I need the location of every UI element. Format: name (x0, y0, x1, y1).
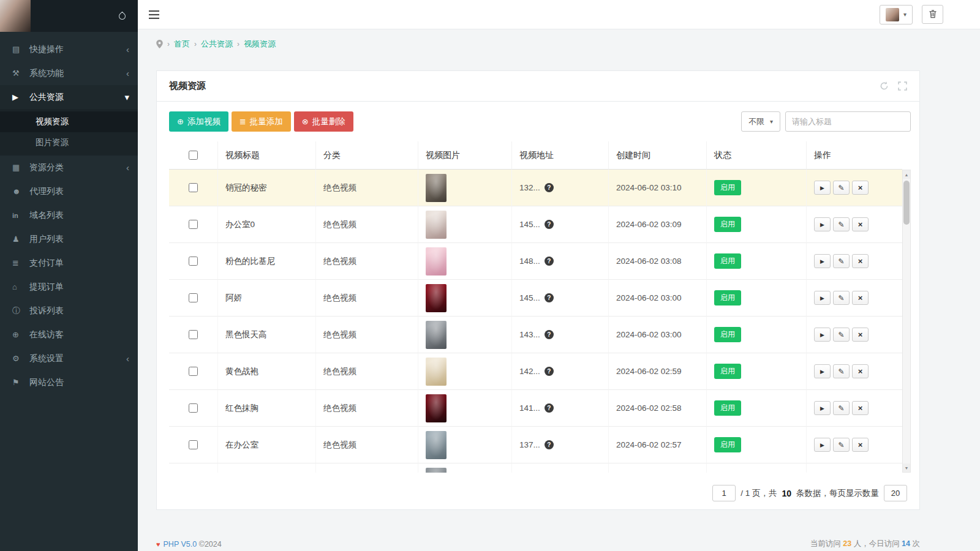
video-thumbnail[interactable] (426, 211, 447, 239)
edit-button[interactable]: ✎ (833, 438, 850, 452)
column-header-actions: 操作 (807, 141, 902, 170)
delete-button[interactable]: × (852, 401, 869, 415)
category-filter-dropdown[interactable]: 不限 ▾ (741, 111, 780, 132)
video-thumbnail[interactable] (426, 321, 447, 349)
title-search-input[interactable] (785, 111, 911, 132)
play-button[interactable]: ▶ (814, 328, 831, 342)
play-button[interactable]: ▶ (814, 217, 831, 231)
video-thumbnail[interactable] (426, 174, 447, 202)
play-button[interactable]: ▶ (814, 438, 831, 452)
x-icon: × (858, 220, 863, 229)
row-checkbox[interactable] (189, 330, 198, 339)
footer-version-link[interactable]: PHP V5.0 (164, 540, 197, 549)
video-thumbnail[interactable] (426, 394, 447, 422)
footer-left: ♥PHP V5.0 ©2024 (156, 540, 222, 549)
page-number-input[interactable] (712, 485, 736, 501)
video-thumbnail[interactable] (426, 284, 447, 312)
sidebar-item-site-announcements[interactable]: ⚑ 网站公告 (0, 370, 138, 394)
help-icon[interactable]: ? (545, 293, 554, 302)
breadcrumb-home[interactable]: 首页 (174, 39, 190, 50)
fullscreen-icon[interactable] (898, 81, 907, 91)
scroll-up-icon[interactable]: ▲ (903, 170, 910, 179)
edit-button[interactable]: ✎ (833, 254, 850, 268)
play-icon: ▶ (820, 295, 824, 301)
sidebar-item-resource-categories[interactable]: ▦ 资源分类 ‹ (0, 156, 138, 179)
video-thumbnail[interactable] (426, 468, 447, 473)
delete-button[interactable]: × (852, 181, 869, 195)
sidebar-item-public-resources[interactable]: ▶ 公共资源 ▾ (0, 85, 138, 109)
table-scrollbar[interactable]: ▲ ▼ (902, 170, 911, 473)
row-checkbox[interactable] (189, 257, 198, 266)
delete-button[interactable]: × (852, 254, 869, 268)
help-icon[interactable]: ? (545, 440, 554, 449)
play-button[interactable]: ▶ (814, 254, 831, 268)
page-size-input[interactable]: 20 (884, 485, 907, 501)
scrollbar-thumb[interactable] (903, 181, 910, 225)
play-button[interactable]: ▶ (814, 291, 831, 305)
add-video-button[interactable]: ⊕ 添加视频 (169, 111, 228, 132)
delete-button[interactable]: × (852, 217, 869, 231)
edit-button[interactable]: ✎ (833, 181, 850, 195)
scroll-down-icon[interactable]: ▼ (903, 463, 910, 472)
sidebar-item-quick-actions[interactable]: ▤ 快捷操作 ‹ (0, 37, 138, 61)
x-icon: × (858, 293, 863, 302)
edit-button[interactable]: ✎ (833, 364, 850, 378)
sidebar-item-domain-list[interactable]: in 域名列表 (0, 203, 138, 227)
row-checkbox[interactable] (189, 403, 198, 413)
sidebar-item-payment-orders[interactable]: ≣ 支付订单 (0, 251, 138, 275)
help-icon[interactable]: ? (545, 403, 554, 413)
table-row: 黄色战袍 绝色视频 142... ? 2024-06-02 02:59 启用 ▶… (169, 353, 902, 390)
row-checkbox[interactable] (189, 367, 198, 376)
sidebar-item-label: 代理列表 (29, 186, 129, 197)
column-header-created: 创建时间 (609, 141, 707, 170)
logo-image (0, 0, 31, 32)
refresh-icon[interactable] (880, 81, 889, 91)
link-icon: in (12, 212, 29, 219)
sidebar-item-system-settings[interactable]: ⚙ 系统设置 ‹ (0, 347, 138, 370)
delete-button[interactable]: × (852, 364, 869, 378)
sidebar-item-complaint-list[interactable]: ⓘ 投诉列表 (0, 299, 138, 323)
video-thumbnail[interactable] (426, 358, 447, 386)
breadcrumb-public-resources[interactable]: 公共资源 (201, 39, 233, 50)
batch-delete-button[interactable]: ⊗ 批量删除 (294, 111, 353, 132)
sidebar-item-agent-list[interactable]: ☻ 代理列表 (0, 179, 138, 203)
play-button[interactable]: ▶ (814, 181, 831, 195)
row-checkbox[interactable] (189, 440, 198, 449)
edit-button[interactable]: ✎ (833, 401, 850, 415)
breadcrumb-separator: › (167, 40, 170, 48)
help-icon[interactable]: ? (545, 183, 554, 192)
breadcrumb-video-resources[interactable]: 视频资源 (244, 39, 276, 50)
edit-button[interactable]: ✎ (833, 291, 850, 305)
sidebar-item-system-functions[interactable]: ⚒ 系统功能 ‹ (0, 61, 138, 85)
video-thumbnail[interactable] (426, 247, 447, 276)
sidebar-item-withdrawal-orders[interactable]: ⌂ 提现订单 (0, 275, 138, 299)
row-checkbox[interactable] (189, 293, 198, 302)
help-icon[interactable]: ? (545, 367, 554, 376)
sidebar-item-user-list[interactable]: ♟ 用户列表 (0, 227, 138, 251)
video-thumbnail[interactable] (426, 431, 447, 459)
clear-cache-button[interactable] (922, 5, 943, 24)
play-button[interactable]: ▶ (814, 401, 831, 415)
hamburger-menu-icon[interactable] (149, 10, 159, 19)
panel-title: 视频资源 (169, 80, 206, 92)
play-button[interactable]: ▶ (814, 364, 831, 378)
help-icon[interactable]: ? (545, 330, 554, 339)
delete-button[interactable]: × (852, 328, 869, 342)
row-checkbox[interactable] (189, 220, 198, 229)
help-icon[interactable]: ? (545, 220, 554, 229)
select-all-checkbox[interactable] (189, 151, 198, 160)
delete-button[interactable]: × (852, 438, 869, 452)
sidebar-item-online-visitors[interactable]: ⊕ 在线访客 (0, 323, 138, 347)
help-icon[interactable]: ? (545, 257, 554, 266)
sidebar-subitem-image-resources[interactable]: 图片资源 (0, 132, 138, 153)
video-title: 黄色战袍 (218, 353, 316, 390)
sidebar-subitem-video-resources[interactable]: 视频资源 (0, 111, 138, 132)
plus-circle-icon: ⊕ (177, 117, 184, 126)
breadcrumb-separator: › (237, 40, 239, 48)
row-checkbox[interactable] (189, 183, 198, 192)
batch-add-button[interactable]: ≣ 批量添加 (232, 111, 291, 132)
user-menu-dropdown[interactable]: ▾ (880, 5, 913, 24)
edit-button[interactable]: ✎ (833, 217, 850, 231)
edit-button[interactable]: ✎ (833, 328, 850, 342)
delete-button[interactable]: × (852, 291, 869, 305)
